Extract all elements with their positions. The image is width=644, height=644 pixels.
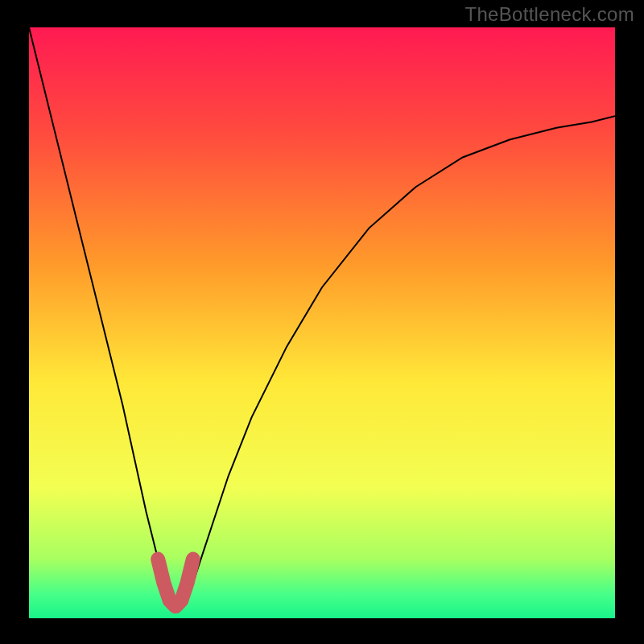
chart-frame: TheBottleneck.com <box>0 0 644 644</box>
attribution-label: TheBottleneck.com <box>464 3 634 26</box>
plot-background <box>29 27 615 618</box>
bottleneck-chart <box>0 0 644 644</box>
